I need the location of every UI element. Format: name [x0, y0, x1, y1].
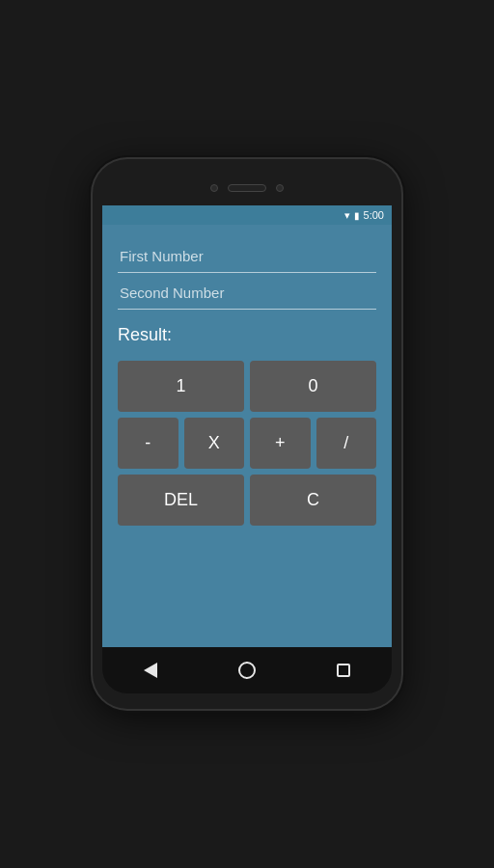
calc-row-numbers: 1 0: [118, 361, 376, 412]
button-multiply[interactable]: X: [184, 418, 245, 469]
wifi-icon: ▾: [344, 209, 350, 222]
first-number-input[interactable]: [118, 240, 376, 273]
calculator-grid: 1 0 - X + / DEL C: [118, 361, 376, 526]
phone-top: [102, 175, 392, 202]
button-plus[interactable]: +: [250, 418, 311, 469]
button-divide[interactable]: /: [316, 418, 377, 469]
app-content: Result: 1 0 - X + / DEL C: [102, 225, 392, 647]
second-number-input[interactable]: [118, 277, 376, 310]
button-delete[interactable]: DEL: [118, 475, 244, 526]
back-button[interactable]: [135, 655, 166, 686]
recent-square-icon: [337, 664, 350, 677]
button-clear[interactable]: C: [250, 475, 376, 526]
calc-row-actions: DEL C: [118, 475, 376, 526]
status-time: 5:00: [364, 209, 384, 221]
status-bar: ▾ ▮ 5:00: [102, 205, 392, 225]
home-button[interactable]: [232, 655, 262, 686]
phone-frame: ▾ ▮ 5:00 Result: 1 0 - X: [93, 159, 401, 709]
result-label: Result:: [118, 325, 376, 345]
speaker: [228, 184, 266, 192]
screen: ▾ ▮ 5:00 Result: 1 0 - X: [102, 205, 392, 647]
recent-button[interactable]: [328, 655, 359, 686]
button-1[interactable]: 1: [118, 361, 244, 412]
back-triangle-icon: [144, 663, 157, 678]
button-0[interactable]: 0: [250, 361, 376, 412]
sensor: [276, 184, 284, 192]
home-circle-icon: [238, 662, 256, 679]
calc-row-operators: - X + /: [118, 418, 376, 469]
battery-icon: ▮: [354, 210, 360, 221]
nav-bar: [102, 647, 392, 693]
front-camera: [210, 184, 218, 192]
button-minus[interactable]: -: [118, 418, 178, 469]
